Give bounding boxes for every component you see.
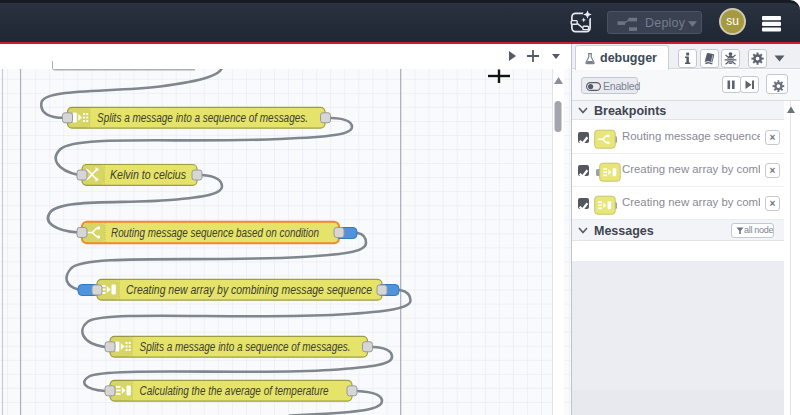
svg-text:Kelvin to celcius: Kelvin to celcius: [110, 168, 186, 182]
svg-text:Creating new array by combinin: Creating new array by combining message …: [126, 283, 372, 297]
svg-text:Calculating the the average of: Calculating the the average of temperatu…: [140, 384, 329, 398]
svg-text:Splits a message into a sequen: Splits a message into a sequence of mess…: [140, 340, 351, 354]
svg-text:Splits a message into a sequen: Splits a message into a sequence of mess…: [97, 111, 308, 125]
svg-text:Routing message sequence based: Routing message sequence based on condit…: [111, 226, 319, 240]
